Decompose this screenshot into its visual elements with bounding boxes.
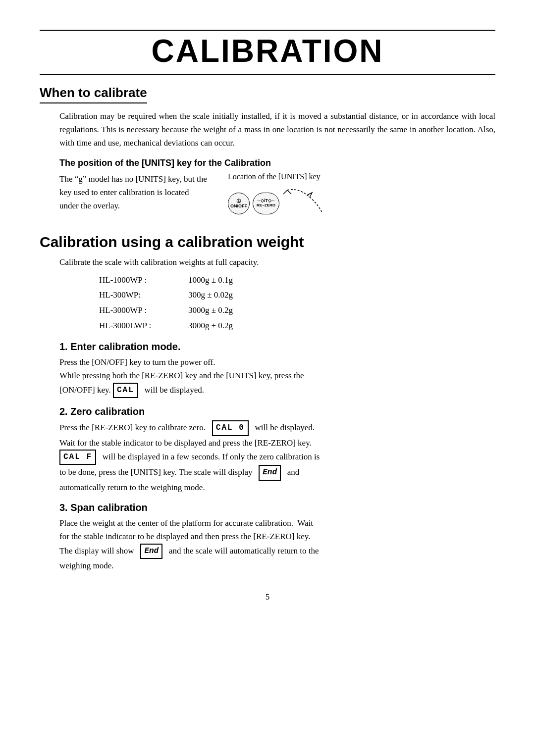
units-key-heading: The position of the [UNITS] key for the … [40, 158, 495, 168]
units-key-section: The “g” model has no [UNITS] key, but th… [40, 172, 495, 222]
zero-cal-line4: to be done, press the [UNITS] key. The s… [40, 465, 495, 481]
units-key-arrow [282, 185, 327, 222]
span-cal-heading: 3. Span calibration [40, 502, 495, 513]
when-to-calibrate-heading: When to calibrate [40, 85, 147, 103]
cal-0-display: CAL 0 [212, 420, 249, 436]
zero-cal-heading: 2. Zero calibration [40, 406, 495, 417]
zero-cal-line4-post: and [287, 467, 300, 477]
value-3: 3000g ± 0.2g [188, 303, 233, 318]
enter-cal-line1: Press the [ON/OFF] key to turn the power… [40, 355, 495, 369]
units-key-diagram: Location of the [UNITS] key ① ON/OFF →◇/… [208, 172, 495, 222]
cal-display-box: CAL [113, 383, 138, 399]
weight-table: HL-1000WP : 1000g ± 0.1g HL-300WP: 300g … [40, 273, 495, 333]
model-2: HL-300WP: [99, 288, 188, 303]
zero-cal-line1-pre: Press the [RE-ZERO] key to calibrate zer… [59, 423, 206, 432]
span-cal-line3-pre: The display will show [59, 546, 134, 555]
zero-cal-line1-post: will be displayed. [255, 423, 315, 432]
scale-buttons-area: ① ON/OFF →◇/T◇← RE–ZERO [228, 185, 327, 222]
value-1: 1000g ± 0.1g [188, 273, 233, 288]
enter-cal-line3-post: will be displayed. [145, 385, 204, 394]
span-cal-line3: The display will show End and the scale … [40, 544, 495, 559]
calibration-weight-intro: Calibrate the scale with calibration wei… [40, 255, 495, 269]
zero-cal-line3: CAL F will be displayed in a few seconds… [40, 450, 495, 465]
table-row: HL-1000WP : 1000g ± 0.1g [99, 273, 495, 288]
when-to-calibrate-section: When to calibrate Calibration may be req… [40, 85, 495, 222]
calibration-weight-heading: Calibration using a calibration weight [40, 234, 495, 251]
value-4: 3000g ± 0.2g [188, 318, 233, 334]
zero-cal-line4-pre: to be done, press the [UNITS] key. The s… [59, 467, 253, 477]
zero-cal-line5: automatically return to the weighing mod… [40, 481, 495, 494]
zero-cal-line1: Press the [RE-ZERO] key to calibrate zer… [40, 420, 495, 436]
zero-cal-line2: Wait for the stable indicator to be disp… [40, 436, 495, 450]
end-display-zero: End [259, 465, 281, 481]
table-row: HL-300WP: 300g ± 0.02g [99, 288, 495, 303]
end-display-span: End [140, 544, 162, 559]
span-cal-line1: Place the weight at the center of the pl… [40, 516, 495, 530]
table-row: HL-3000LWP : 3000g ± 0.2g [99, 318, 495, 334]
enter-cal-line2: While pressing both the [RE-ZERO] key an… [40, 369, 495, 382]
top-rule [40, 30, 495, 31]
enter-cal-heading: 1. Enter calibration mode. [40, 341, 495, 353]
page-number: 5 [40, 592, 495, 602]
units-key-text: The “g” model has no [UNITS] key, but th… [59, 172, 208, 213]
value-2: 300g ± 0.02g [188, 288, 233, 303]
diagram-label: Location of the [UNITS] key [228, 172, 321, 181]
re-zero-button: →◇/T◇← RE–ZERO [253, 193, 279, 214]
zero-cal-line3-text: will be displayed in a few seconds. If o… [103, 452, 320, 461]
model-1: HL-1000WP : [99, 273, 188, 288]
enter-cal-line3-pre: [ON/OFF] key. [59, 385, 111, 394]
svg-line-0 [283, 190, 287, 194]
table-row: HL-3000WP : 3000g ± 0.2g [99, 303, 495, 318]
calibration-weight-section: Calibration using a calibration weight C… [40, 234, 495, 573]
when-to-calibrate-body: Calibration may be required when the sca… [40, 109, 495, 150]
cal-f-display: CAL F [59, 450, 96, 465]
page-title: CALIBRATION [40, 33, 495, 75]
model-3: HL-3000WP : [99, 303, 188, 318]
span-cal-line4: weighing mode. [40, 559, 495, 572]
model-4: HL-3000LWP : [99, 318, 188, 334]
span-cal-line3-post: and the scale will automatically return … [169, 546, 319, 555]
on-off-button: ① ON/OFF [228, 193, 250, 214]
svg-line-1 [287, 190, 291, 194]
span-cal-line2: for the stable indicator to be displayed… [40, 530, 495, 543]
enter-cal-line3: [ON/OFF] key. CAL will be displayed. [40, 383, 495, 399]
